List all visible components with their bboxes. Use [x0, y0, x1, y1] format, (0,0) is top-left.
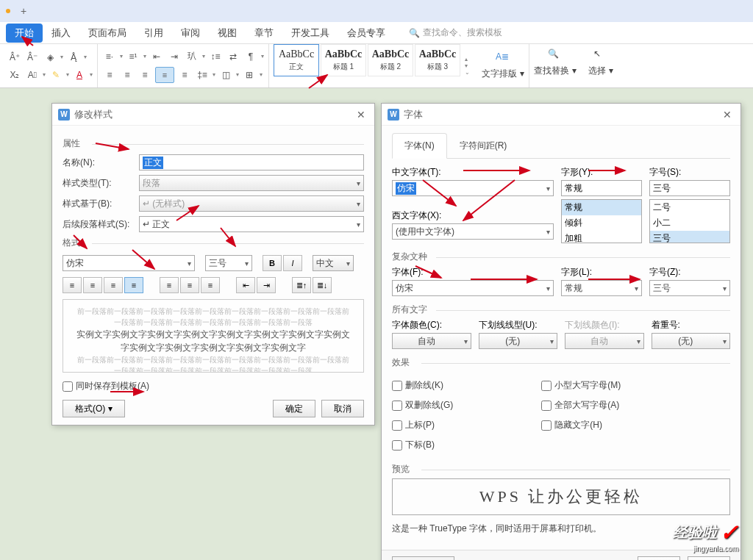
list-item[interactable]: 小二 — [650, 215, 729, 231]
spacing-loose[interactable]: ≡ — [201, 277, 220, 293]
font-color-icon[interactable]: A — [72, 68, 87, 82]
para-after[interactable]: ≣↓ — [313, 277, 332, 293]
list-item[interactable]: 二号 — [650, 200, 729, 215]
menu-start[interactable]: 开始 — [6, 24, 43, 43]
strikethrough-checkbox[interactable]: 删除线(K) — [392, 379, 453, 392]
clear-format-icon[interactable]: ◈ — [43, 50, 57, 65]
style-expand-icon[interactable]: ⌄ — [465, 69, 470, 76]
shading-icon[interactable]: ◫ — [218, 68, 233, 82]
size-z-select[interactable]: 三号 — [649, 280, 730, 296]
close-icon[interactable]: ✕ — [354, 109, 368, 121]
emphasis-select[interactable]: (无) — [652, 333, 731, 349]
tab-spacing[interactable]: 字符间距(R) — [447, 133, 520, 158]
close-icon[interactable]: ✕ — [720, 109, 735, 121]
superscript-checkbox[interactable]: 上标(P) — [392, 419, 453, 431]
add-tab-button[interactable]: + — [16, 4, 31, 18]
menu-layout[interactable]: 页面布局 — [79, 24, 135, 43]
style-h2[interactable]: AaBbCc 标题 2 — [368, 44, 413, 76]
menu-review[interactable]: 审阅 — [172, 24, 209, 43]
list-item[interactable]: 倾斜 — [562, 215, 641, 231]
lang-select[interactable]: 中文 — [313, 255, 354, 271]
spacing-tight[interactable]: ≡ — [160, 277, 179, 293]
show-marks-icon[interactable]: ¶ — [243, 49, 258, 64]
highlight-icon[interactable]: ✎ — [49, 68, 63, 82]
menu-reference[interactable]: 引用 — [135, 24, 172, 43]
style-l-select[interactable]: 常规 — [561, 280, 642, 296]
subscript-icon[interactable]: X₂ — [7, 68, 22, 82]
italic-button[interactable]: I — [283, 255, 302, 271]
align-center2[interactable]: ≡ — [83, 277, 102, 293]
sort-icon[interactable]: ↕≡ — [208, 49, 223, 64]
size-listbox[interactable]: 二号 小二 三号 — [649, 199, 730, 243]
char-border-icon[interactable]: A⃞ — [25, 68, 40, 82]
outdent-icon[interactable]: ⇤ — [149, 49, 164, 64]
select-button[interactable]: ↖ 选择 ▾ — [579, 44, 622, 81]
indent-dec[interactable]: ⇤ — [236, 277, 255, 293]
color-select[interactable]: 自动 — [392, 333, 471, 349]
type-select[interactable]: 段落 — [139, 175, 364, 191]
style-up-icon[interactable]: ▴ — [465, 56, 470, 62]
list-item[interactable]: 常规 — [562, 200, 641, 215]
indent-icon[interactable]: ⇥ — [167, 49, 182, 64]
text-direction-icon[interactable]: 玐 — [185, 49, 199, 64]
list-item[interactable]: 三号 — [650, 231, 729, 243]
font-f-select[interactable]: 仿宋 — [392, 280, 554, 296]
bold-button[interactable]: B — [263, 255, 282, 271]
text-layout-button[interactable]: A≣ 文字排版 ▾ — [482, 48, 524, 85]
ok-button[interactable]: 确定 — [638, 556, 680, 560]
double-strike-checkbox[interactable]: 双删除线(G) — [392, 399, 453, 412]
next-select[interactable]: ↵ 正文 — [139, 216, 364, 232]
insert-symbol-icon[interactable]: ⇄ — [226, 49, 240, 64]
align-left2[interactable]: ≡ — [63, 277, 82, 293]
allcaps-checkbox[interactable]: 全部大写字母(A) — [541, 399, 621, 412]
tab-font[interactable]: 字体(N) — [392, 133, 447, 159]
align-distribute-icon[interactable]: ≡ — [177, 68, 192, 82]
change-case-icon[interactable]: Ą̂ — [66, 50, 81, 65]
bullet-list-icon[interactable]: ≡· — [102, 49, 117, 64]
cancel-button[interactable]: 取消 — [688, 556, 730, 560]
spacing-normal[interactable]: ≡ — [180, 277, 199, 293]
default-button[interactable]: 默认(D)... — [392, 556, 454, 560]
line-spacing-icon[interactable]: ‡≡ — [195, 68, 210, 82]
cancel-button[interactable]: 取消 — [321, 400, 364, 417]
align-right2[interactable]: ≡ — [104, 277, 123, 293]
indent-inc[interactable]: ⇥ — [257, 277, 276, 293]
list-item[interactable]: 加粗 — [562, 231, 641, 243]
decrease-font-icon[interactable]: Â⁻ — [25, 50, 40, 65]
style-input[interactable] — [561, 180, 642, 196]
border-icon[interactable]: ⊞ — [242, 68, 257, 82]
hidden-checkbox[interactable]: 隐藏文字(H) — [541, 419, 621, 431]
menu-chapter[interactable]: 章节 — [246, 24, 282, 43]
save-template-checkbox[interactable]: 同时保存到模板(A) — [63, 380, 364, 392]
based-select[interactable]: ↵ (无样式) — [139, 195, 364, 212]
style-h1[interactable]: AaBbCc 标题 1 — [321, 44, 366, 76]
align-justify2[interactable]: ≡ — [124, 277, 143, 293]
menu-dev[interactable]: 开发工具 — [282, 24, 338, 43]
number-list-icon[interactable]: ≡¹ — [126, 49, 140, 64]
increase-font-icon[interactable]: Â⁺ — [7, 50, 22, 65]
checkbox-input[interactable] — [63, 381, 73, 392]
format-button[interactable]: 格式(O) ▾ — [63, 400, 125, 417]
find-replace-button[interactable]: 🔍 查找替换 ▾ — [534, 44, 577, 81]
cn-font-select[interactable]: 仿宋 — [392, 180, 554, 196]
style-normal[interactable]: AaBbCc 正文 — [274, 44, 319, 76]
en-font-select[interactable]: (使用中文字体) — [392, 223, 554, 240]
menu-member[interactable]: 会员专享 — [338, 24, 394, 43]
size-input[interactable] — [649, 180, 730, 196]
style-listbox[interactable]: 常规 倾斜 加粗 — [561, 199, 642, 243]
font-size-select[interactable]: 三号 — [205, 255, 252, 271]
align-left-icon[interactable]: ≡ — [102, 68, 117, 82]
align-justify-icon[interactable]: ≡ — [155, 67, 174, 83]
command-search[interactable]: 🔍 查找命令、搜索模板 — [409, 26, 502, 39]
style-down-icon[interactable]: ▾ — [465, 62, 470, 69]
menu-view[interactable]: 视图 — [209, 24, 246, 43]
style-h3[interactable]: AaBbCc 标题 3 — [415, 44, 460, 76]
ok-button[interactable]: 确定 — [273, 400, 315, 417]
menu-insert[interactable]: 插入 — [43, 24, 79, 43]
align-right-icon[interactable]: ≡ — [138, 68, 152, 82]
underline-select[interactable]: (无) — [479, 333, 558, 349]
subscript-checkbox[interactable]: 下标(B) — [392, 439, 453, 451]
align-center-icon[interactable]: ≡ — [120, 68, 135, 82]
smallcaps-checkbox[interactable]: 小型大写字母(M) — [541, 379, 621, 392]
para-before[interactable]: ≣↑ — [292, 277, 311, 293]
